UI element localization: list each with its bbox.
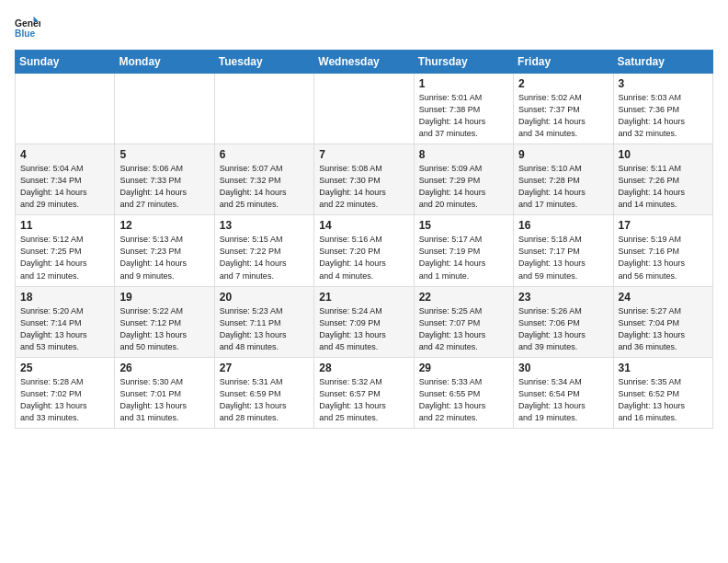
day-info: Sunrise: 5:01 AM Sunset: 7:38 PM Dayligh…: [419, 92, 508, 140]
calendar-cell: 31Sunrise: 5:35 AM Sunset: 6:52 PM Dayli…: [613, 357, 712, 428]
day-number: 20: [220, 291, 309, 304]
calendar-cell: 22Sunrise: 5:25 AM Sunset: 7:07 PM Dayli…: [414, 286, 513, 357]
calendar-cell: 8Sunrise: 5:09 AM Sunset: 7:29 PM Daylig…: [414, 144, 513, 215]
calendar-cell: [16, 74, 115, 144]
day-number: 6: [220, 148, 309, 161]
day-info: Sunrise: 5:13 AM Sunset: 7:23 PM Dayligh…: [119, 234, 209, 282]
day-number: 12: [119, 219, 209, 232]
day-number: 4: [20, 148, 109, 161]
weekday-header-sunday: Sunday: [16, 51, 115, 74]
header: General Blue: [15, 15, 713, 40]
day-number: 9: [518, 148, 608, 161]
day-number: 11: [20, 219, 109, 232]
weekday-header-tuesday: Tuesday: [214, 51, 313, 74]
day-number: 14: [319, 219, 408, 232]
day-info: Sunrise: 5:03 AM Sunset: 7:36 PM Dayligh…: [619, 92, 708, 140]
day-info: Sunrise: 5:26 AM Sunset: 7:06 PM Dayligh…: [518, 305, 608, 353]
logo: General Blue: [15, 15, 40, 40]
day-info: Sunrise: 5:28 AM Sunset: 7:02 PM Dayligh…: [20, 376, 109, 424]
day-info: Sunrise: 5:22 AM Sunset: 7:12 PM Dayligh…: [119, 305, 209, 353]
calendar-cell: 18Sunrise: 5:20 AM Sunset: 7:14 PM Dayli…: [16, 286, 115, 357]
day-number: 31: [619, 362, 708, 374]
day-info: Sunrise: 5:04 AM Sunset: 7:34 PM Dayligh…: [20, 163, 109, 211]
calendar-cell: 1Sunrise: 5:01 AM Sunset: 7:38 PM Daylig…: [414, 74, 513, 144]
calendar-cell: 16Sunrise: 5:18 AM Sunset: 7:17 PM Dayli…: [514, 215, 613, 286]
day-number: 28: [319, 362, 408, 374]
day-info: Sunrise: 5:08 AM Sunset: 7:30 PM Dayligh…: [319, 163, 408, 211]
day-number: 15: [419, 219, 508, 232]
svg-text:Blue: Blue: [15, 29, 36, 39]
day-number: 17: [619, 219, 708, 232]
day-info: Sunrise: 5:09 AM Sunset: 7:29 PM Dayligh…: [419, 163, 508, 211]
day-info: Sunrise: 5:06 AM Sunset: 7:33 PM Dayligh…: [119, 163, 209, 211]
day-info: Sunrise: 5:10 AM Sunset: 7:28 PM Dayligh…: [518, 163, 608, 211]
calendar-cell: 29Sunrise: 5:33 AM Sunset: 6:55 PM Dayli…: [414, 357, 513, 428]
day-number: 21: [319, 291, 408, 304]
day-info: Sunrise: 5:34 AM Sunset: 6:54 PM Dayligh…: [518, 376, 608, 424]
day-number: 23: [518, 291, 608, 304]
day-info: Sunrise: 5:02 AM Sunset: 7:37 PM Dayligh…: [518, 92, 608, 140]
calendar-cell: 27Sunrise: 5:31 AM Sunset: 6:59 PM Dayli…: [214, 357, 313, 428]
day-number: 18: [20, 291, 109, 304]
calendar-cell: 28Sunrise: 5:32 AM Sunset: 6:57 PM Dayli…: [314, 357, 414, 428]
day-info: Sunrise: 5:16 AM Sunset: 7:20 PM Dayligh…: [319, 234, 408, 282]
calendar-cell: 3Sunrise: 5:03 AM Sunset: 7:36 PM Daylig…: [613, 74, 712, 144]
day-number: 10: [619, 148, 708, 161]
day-info: Sunrise: 5:15 AM Sunset: 7:22 PM Dayligh…: [220, 234, 309, 282]
day-info: Sunrise: 5:12 AM Sunset: 7:25 PM Dayligh…: [20, 234, 109, 282]
day-info: Sunrise: 5:35 AM Sunset: 6:52 PM Dayligh…: [619, 376, 708, 424]
day-number: 27: [220, 362, 309, 374]
calendar-cell: 20Sunrise: 5:23 AM Sunset: 7:11 PM Dayli…: [214, 286, 313, 357]
day-number: 19: [119, 291, 209, 304]
calendar-cell: 17Sunrise: 5:19 AM Sunset: 7:16 PM Dayli…: [613, 215, 712, 286]
day-number: 2: [518, 77, 608, 90]
day-number: 30: [518, 362, 608, 374]
page: General Blue SundayMondayTuesdayWednesda…: [0, 0, 728, 438]
calendar-table: SundayMondayTuesdayWednesdayThursdayFrid…: [15, 50, 713, 429]
day-info: Sunrise: 5:20 AM Sunset: 7:14 PM Dayligh…: [20, 305, 109, 353]
calendar-cell: 30Sunrise: 5:34 AM Sunset: 6:54 PM Dayli…: [514, 357, 613, 428]
calendar-cell: 23Sunrise: 5:26 AM Sunset: 7:06 PM Dayli…: [514, 286, 613, 357]
calendar-cell: 13Sunrise: 5:15 AM Sunset: 7:22 PM Dayli…: [214, 215, 313, 286]
calendar-cell: 4Sunrise: 5:04 AM Sunset: 7:34 PM Daylig…: [16, 144, 115, 215]
day-info: Sunrise: 5:32 AM Sunset: 6:57 PM Dayligh…: [319, 376, 408, 424]
day-info: Sunrise: 5:25 AM Sunset: 7:07 PM Dayligh…: [419, 305, 508, 353]
logo-icon: General Blue: [15, 15, 40, 40]
day-number: 22: [419, 291, 508, 304]
day-number: 13: [220, 219, 309, 232]
calendar-cell: 19Sunrise: 5:22 AM Sunset: 7:12 PM Dayli…: [115, 286, 214, 357]
day-info: Sunrise: 5:30 AM Sunset: 7:01 PM Dayligh…: [119, 376, 209, 424]
day-number: 1: [419, 77, 508, 90]
day-info: Sunrise: 5:23 AM Sunset: 7:11 PM Dayligh…: [220, 305, 309, 353]
calendar-cell: 9Sunrise: 5:10 AM Sunset: 7:28 PM Daylig…: [514, 144, 613, 215]
day-number: 7: [319, 148, 408, 161]
week-row-2: 4Sunrise: 5:04 AM Sunset: 7:34 PM Daylig…: [16, 144, 713, 215]
weekday-header-monday: Monday: [115, 51, 214, 74]
week-row-1: 1Sunrise: 5:01 AM Sunset: 7:38 PM Daylig…: [16, 74, 713, 144]
day-info: Sunrise: 5:18 AM Sunset: 7:17 PM Dayligh…: [518, 234, 608, 282]
calendar-cell: 12Sunrise: 5:13 AM Sunset: 7:23 PM Dayli…: [115, 215, 214, 286]
day-info: Sunrise: 5:07 AM Sunset: 7:32 PM Dayligh…: [220, 163, 309, 211]
weekday-header-thursday: Thursday: [414, 51, 513, 74]
week-row-3: 11Sunrise: 5:12 AM Sunset: 7:25 PM Dayli…: [16, 215, 713, 286]
day-number: 3: [619, 77, 708, 90]
week-row-5: 25Sunrise: 5:28 AM Sunset: 7:02 PM Dayli…: [16, 357, 713, 428]
day-number: 25: [20, 362, 109, 374]
day-info: Sunrise: 5:33 AM Sunset: 6:55 PM Dayligh…: [419, 376, 508, 424]
day-number: 8: [419, 148, 508, 161]
day-number: 5: [119, 148, 209, 161]
day-info: Sunrise: 5:27 AM Sunset: 7:04 PM Dayligh…: [619, 305, 708, 353]
calendar-cell: [314, 74, 414, 144]
day-info: Sunrise: 5:31 AM Sunset: 6:59 PM Dayligh…: [220, 376, 309, 424]
weekday-header-saturday: Saturday: [613, 51, 712, 74]
day-number: 16: [518, 219, 608, 232]
weekday-header-row: SundayMondayTuesdayWednesdayThursdayFrid…: [16, 51, 713, 74]
day-number: 29: [419, 362, 508, 374]
calendar-cell: 26Sunrise: 5:30 AM Sunset: 7:01 PM Dayli…: [115, 357, 214, 428]
calendar-cell: 25Sunrise: 5:28 AM Sunset: 7:02 PM Dayli…: [16, 357, 115, 428]
calendar-cell: 2Sunrise: 5:02 AM Sunset: 7:37 PM Daylig…: [514, 74, 613, 144]
week-row-4: 18Sunrise: 5:20 AM Sunset: 7:14 PM Dayli…: [16, 286, 713, 357]
calendar-cell: 10Sunrise: 5:11 AM Sunset: 7:26 PM Dayli…: [613, 144, 712, 215]
calendar-cell: [115, 74, 214, 144]
calendar-cell: 24Sunrise: 5:27 AM Sunset: 7:04 PM Dayli…: [613, 286, 712, 357]
